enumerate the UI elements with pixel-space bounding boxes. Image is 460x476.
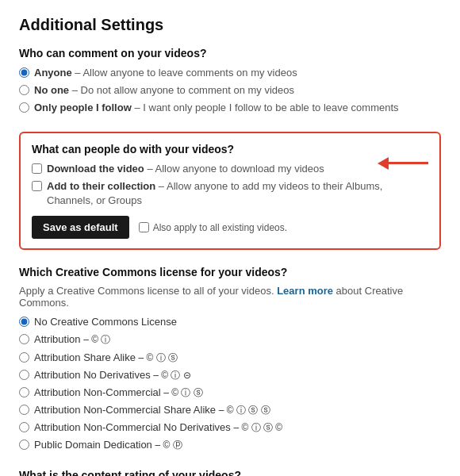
apply-label[interactable]: Also apply to all existing videos.: [139, 222, 287, 233]
cc-section-title: Which Creative Commons license for your …: [19, 266, 441, 278]
cc-radio-attribution-nd[interactable]: [19, 370, 29, 380]
cc-section: Which Creative Commons license for your …: [19, 266, 441, 453]
comment-section-title: Who can comment on your videos?: [19, 47, 441, 60]
arrow-line: [389, 162, 428, 164]
page-title: Additional Settings: [19, 16, 441, 34]
videos-checkbox-group: Download the video – Allow anyone to dow…: [32, 162, 428, 209]
cc-option-attribution-sa[interactable]: Attribution Share Alike – © ⓘ ⓢ: [19, 351, 441, 365]
cc-radio-public-domain[interactable]: [19, 440, 29, 450]
comment-noone-desc: – Do not allow anyone to comment on my v…: [72, 84, 294, 96]
cc-attribution-nc-label: Attribution Non-Commercial: [34, 386, 161, 398]
comment-anyone-desc: – Allow anyone to leave comments on my v…: [75, 67, 297, 79]
cc-option-attribution-nc[interactable]: Attribution Non-Commercial – © ⓘ ⓢ: [19, 386, 441, 400]
cc-option-attribution[interactable]: Attribution – © ⓘ: [19, 332, 441, 347]
download-option[interactable]: Download the video – Allow anyone to dow…: [32, 162, 428, 176]
cc-option-attribution-nc-nd[interactable]: Attribution Non-Commercial No Derivative…: [19, 420, 441, 435]
comment-noone-label: No one: [34, 84, 69, 96]
comment-radio-noone[interactable]: [19, 85, 29, 95]
cc-attribution-nd-label: Attribution No Derivatives: [34, 369, 151, 381]
save-default-button[interactable]: Save as default: [32, 216, 129, 239]
videos-section: What can people do with your videos? Dow…: [19, 132, 441, 251]
comment-option-anyone[interactable]: Anyone – Allow anyone to leave comments …: [19, 66, 441, 80]
save-row: Save as default Also apply to all existi…: [32, 216, 428, 239]
cc-option-public-domain[interactable]: Public Domain Dedication – © ⓟ: [19, 438, 441, 452]
download-desc: – Allow anyone to download my videos: [147, 163, 324, 175]
cc-radio-attribution-nc-nd[interactable]: [19, 422, 29, 432]
comment-radio-anyone[interactable]: [19, 67, 29, 78]
comment-option-noone[interactable]: No one – Do not allow anyone to comment …: [19, 83, 441, 98]
cc-radio-attribution-nc[interactable]: [19, 387, 29, 397]
cc-radio-attribution-nc-sa[interactable]: [19, 405, 29, 415]
learn-more-link[interactable]: Learn more: [277, 285, 333, 297]
cc-radio-no-cc[interactable]: [19, 317, 29, 327]
cc-radio-group: No Creative Commons License Attribution …: [19, 315, 441, 453]
apply-existing-checkbox[interactable]: [139, 222, 149, 232]
cc-desc: Apply a Creative Commons license to all …: [19, 285, 441, 309]
cc-no-cc-label: No Creative Commons License: [34, 315, 177, 329]
comment-follow-desc: – I want only people I follow to be able…: [134, 102, 398, 113]
cc-attribution-nc-sa-label: Attribution Non-Commercial Share Alike: [34, 404, 216, 416]
comment-follow-label: Only people I follow: [34, 102, 132, 113]
red-arrow: [389, 162, 428, 164]
cc-radio-attribution-sa[interactable]: [19, 352, 29, 363]
download-checkbox[interactable]: [32, 163, 42, 174]
download-label: Download the video: [47, 163, 144, 175]
comment-radio-group: Anyone – Allow anyone to leave comments …: [19, 66, 441, 116]
rating-section-title: What is the content rating of your video…: [19, 469, 441, 476]
videos-section-title: What can people do with your videos?: [32, 143, 428, 155]
cc-radio-attribution[interactable]: [19, 334, 29, 344]
comment-anyone-label: Anyone: [34, 67, 72, 79]
cc-option-attribution-nc-sa[interactable]: Attribution Non-Commercial Share Alike –…: [19, 403, 441, 417]
collection-option[interactable]: Add to their collection – Allow anyone t…: [32, 179, 428, 208]
arrow-head: [378, 157, 389, 170]
comment-option-follow[interactable]: Only people I follow – I want only peopl…: [19, 101, 441, 115]
cc-option-attribution-nd[interactable]: Attribution No Derivatives – © ⓘ ⊝: [19, 368, 441, 382]
cc-attribution-label: Attribution: [34, 333, 81, 345]
cc-attribution-sa-label: Attribution Share Alike: [34, 351, 136, 363]
cc-option-no-cc[interactable]: No Creative Commons License: [19, 315, 441, 329]
comment-radio-follow[interactable]: [19, 102, 29, 113]
comment-section: Who can comment on your videos? Anyone –…: [19, 47, 441, 116]
apply-existing-text: Also apply to all existing videos.: [153, 222, 287, 233]
cc-public-domain-label: Public Domain Dedication: [34, 439, 152, 451]
collection-label: Add to their collection: [47, 180, 155, 192]
collection-checkbox[interactable]: [32, 181, 42, 191]
rating-section: What is the content rating of your video…: [19, 469, 441, 476]
cc-attribution-nc-nd-label: Attribution Non-Commercial No Derivative…: [34, 421, 231, 433]
